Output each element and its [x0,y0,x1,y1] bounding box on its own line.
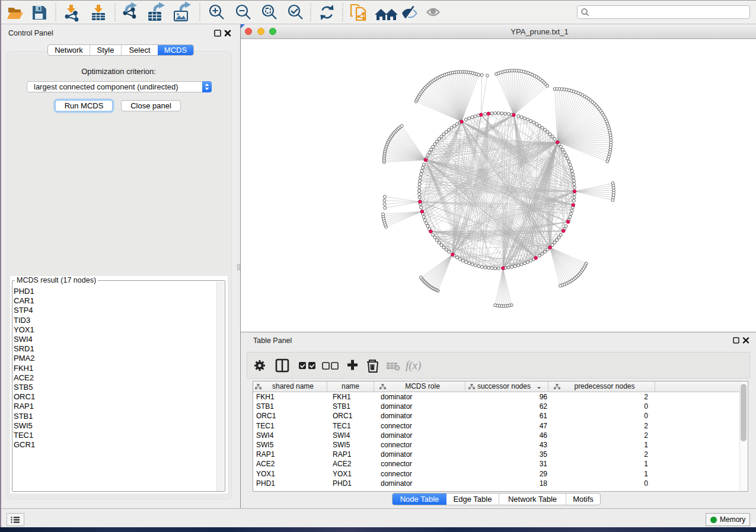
svg-text:f(x): f(x) [406,359,421,372]
